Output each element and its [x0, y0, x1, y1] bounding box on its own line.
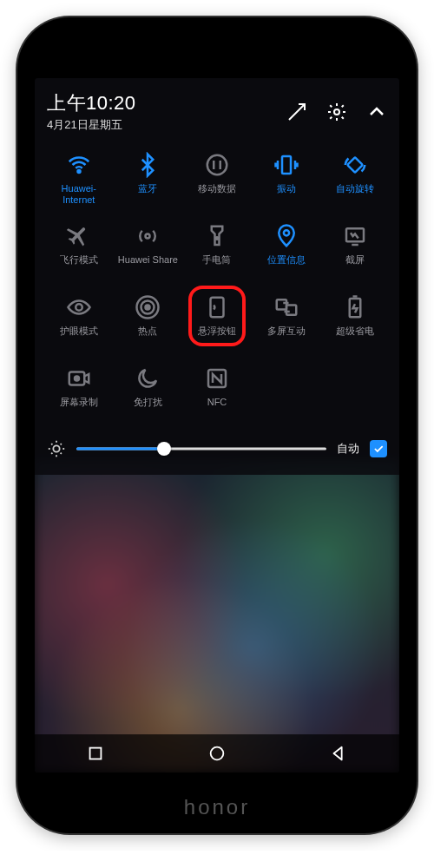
nav-back-button[interactable] [329, 744, 348, 763]
tile-label: 移动数据 [198, 183, 236, 206]
tile-label: 自动旋转 [336, 183, 374, 206]
svg-point-7 [283, 231, 288, 236]
mobile-data-icon [204, 152, 230, 178]
moon-icon [135, 365, 161, 391]
tile-mobile-data[interactable]: 移动数据 [185, 148, 249, 209]
brightness-slider[interactable] [76, 438, 326, 459]
tile-label: 悬浮按钮 [198, 326, 236, 348]
tile-auto-rotate[interactable]: 自动旋转 [323, 148, 387, 209]
tile-vibrate[interactable]: 振动 [254, 148, 319, 209]
phone-frame: 上午10:20 4月21日星期五 [17, 17, 417, 833]
tile-wifi[interactable]: Huawei- Internet [47, 148, 111, 209]
svg-point-20 [53, 446, 59, 452]
edit-icon[interactable] [286, 102, 307, 122]
slider-fill [76, 448, 164, 450]
hotspot-icon [135, 294, 161, 320]
clock-date: 4月21日星期五 [47, 117, 286, 133]
svg-point-18 [75, 377, 79, 381]
tile-bluetooth[interactable]: 蓝牙 [116, 148, 181, 209]
tile-eye-comfort[interactable]: 护眼模式 [47, 291, 111, 352]
tile-label: 护眼模式 [60, 326, 98, 348]
auto-brightness-checkbox[interactable] [370, 440, 387, 457]
tile-label: NFC [207, 397, 227, 419]
nav-recent-button[interactable] [86, 744, 105, 763]
location-icon [273, 223, 299, 249]
tiles-grid: Huawei- Internet 蓝牙 移动数据 [47, 148, 387, 423]
tile-label: 截屏 [345, 254, 365, 277]
clock-time: 上午10:20 [47, 90, 286, 116]
tile-airplane[interactable]: 飞行模式 [47, 220, 111, 280]
tile-label: 手电筒 [202, 254, 231, 277]
tile-label: 蓝牙 [138, 183, 157, 206]
svg-rect-15 [286, 306, 296, 315]
nav-home-button[interactable] [207, 744, 227, 763]
svg-point-9 [76, 305, 82, 312]
svg-rect-14 [276, 300, 286, 310]
tile-label: 位置信息 [267, 254, 306, 277]
brightness-icon [47, 439, 66, 458]
brightness-row: 自动 [47, 438, 387, 459]
bluetooth-icon [135, 152, 161, 178]
svg-point-22 [211, 747, 224, 760]
screen: 上午10:20 4月21日星期五 [35, 78, 399, 773]
multi-screen-icon [273, 294, 299, 320]
huawei-share-icon [135, 223, 161, 249]
svg-point-5 [146, 234, 150, 239]
tile-label: 多屏互动 [267, 326, 306, 348]
auto-rotate-icon [342, 152, 368, 178]
tile-label: 振动 [277, 183, 296, 206]
slider-thumb[interactable] [157, 442, 171, 456]
svg-rect-21 [90, 748, 102, 760]
eye-icon [66, 294, 92, 320]
flashlight-icon [204, 223, 230, 249]
tile-screen-record[interactable]: 屏幕录制 [47, 362, 111, 423]
quick-settings-panel: 上午10:20 4月21日星期五 [35, 78, 399, 475]
vibrate-icon [273, 152, 299, 178]
screenshot-icon [342, 223, 368, 249]
floating-dock-icon [204, 294, 230, 320]
nfc-icon [204, 365, 230, 391]
svg-rect-3 [282, 156, 291, 174]
collapse-chevron-icon[interactable] [366, 102, 387, 122]
svg-point-6 [216, 238, 219, 240]
tile-label: Huawei- Internet [62, 183, 96, 206]
panel-header: 上午10:20 4月21日星期五 [47, 90, 387, 133]
tile-floating-dock[interactable]: 悬浮按钮 [185, 291, 249, 352]
svg-point-2 [207, 155, 227, 175]
wifi-icon [66, 152, 92, 178]
tile-screenshot[interactable]: 截屏 [323, 220, 387, 280]
clock-block: 上午10:20 4月21日星期五 [47, 90, 286, 133]
wallpaper [35, 460, 399, 773]
tile-label: 飞行模式 [60, 254, 98, 277]
tile-label: 免打扰 [134, 397, 162, 419]
auto-brightness-label: 自动 [337, 441, 359, 457]
tile-multi-screen[interactable]: 多屏互动 [254, 291, 319, 352]
svg-rect-4 [347, 157, 363, 173]
tile-flashlight[interactable]: 手电筒 [185, 220, 249, 280]
tile-nfc[interactable]: NFC [185, 362, 249, 423]
tile-label: 屏幕录制 [60, 397, 98, 419]
phone-brand: honor [17, 795, 417, 819]
svg-point-1 [77, 170, 80, 173]
tile-huawei-share[interactable]: Huawei Share [116, 220, 181, 280]
tile-location[interactable]: 位置信息 [254, 220, 319, 280]
settings-gear-icon[interactable] [326, 102, 347, 122]
svg-point-0 [334, 109, 339, 115]
tile-label: Huawei Share [118, 254, 178, 277]
airplane-icon [66, 223, 92, 249]
tile-hotspot[interactable]: 热点 [116, 291, 181, 352]
navigation-bar [35, 734, 399, 773]
screen-record-icon [66, 365, 92, 391]
tile-label: 热点 [138, 326, 157, 348]
tile-do-not-disturb[interactable]: 免打扰 [116, 362, 181, 423]
svg-point-10 [146, 306, 150, 310]
svg-rect-13 [210, 298, 223, 318]
tile-ultra-power-save[interactable]: 超级省电 [323, 291, 387, 352]
tile-label: 超级省电 [336, 326, 374, 348]
battery-save-icon [342, 294, 368, 320]
